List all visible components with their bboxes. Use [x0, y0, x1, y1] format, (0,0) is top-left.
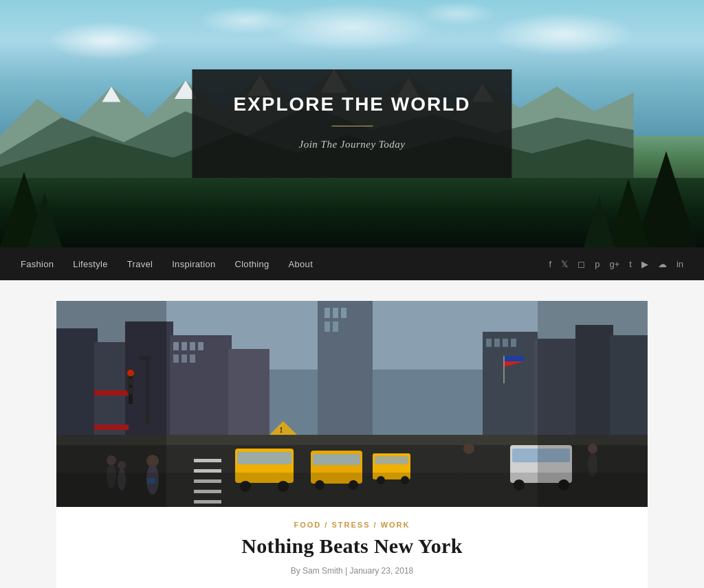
nav-link-lifestyle[interactable]: Lifestyle: [73, 259, 107, 269]
pinterest-icon[interactable]: p: [595, 259, 600, 269]
svg-rect-51: [194, 469, 221, 473]
nav-item-inspiration[interactable]: Inspiration: [172, 258, 215, 270]
svg-rect-18: [173, 342, 179, 350]
hero-section: EXPLORE THE WORLD Join The Journey Today: [0, 0, 704, 247]
nav-link-inspiration[interactable]: Inspiration: [172, 259, 215, 269]
svg-rect-21: [198, 342, 204, 350]
hero-title: EXPLORE THE WORLD: [233, 93, 470, 115]
svg-rect-36: [494, 339, 500, 347]
soundcloud-icon[interactable]: ☁: [658, 259, 667, 269]
hero-subtitle: Join The Journey Today: [233, 139, 470, 150]
svg-rect-19: [182, 342, 187, 350]
svg-rect-39: [503, 356, 505, 383]
svg-rect-64: [375, 456, 408, 464]
nav-item-about[interactable]: About: [289, 258, 313, 270]
svg-rect-22: [173, 354, 179, 363]
svg-rect-29: [324, 321, 330, 332]
twitter-icon[interactable]: 𝕏: [561, 259, 568, 269]
blog-post: ! FOOD / STRESS / WORK Nothing Beats New…: [56, 301, 648, 588]
post-author: By Sam Smith | January 23, 2018: [56, 566, 648, 588]
linkedin-icon[interactable]: in: [676, 259, 683, 269]
facebook-icon[interactable]: f: [549, 259, 552, 269]
post-category: FOOD / STRESS / WORK: [56, 507, 648, 534]
youtube-icon[interactable]: ▶: [641, 259, 648, 269]
nav-link-fashion[interactable]: Fashion: [21, 259, 54, 269]
post-featured-image: !: [56, 301, 648, 507]
svg-rect-41: [505, 356, 524, 361]
svg-rect-50: [194, 459, 221, 462]
svg-rect-86: [56, 473, 648, 507]
nav-item-travel[interactable]: Travel: [127, 258, 153, 270]
svg-rect-35: [486, 339, 492, 347]
svg-rect-27: [333, 308, 338, 318]
svg-text:!: !: [280, 425, 283, 435]
nav-link-travel[interactable]: Travel: [127, 259, 153, 269]
svg-rect-56: [237, 452, 292, 464]
hero-divider: [331, 126, 373, 126]
svg-rect-20: [190, 342, 195, 350]
hero-textbox: EXPLORE THE WORLD Join The Journey Today: [192, 69, 512, 178]
svg-rect-30: [333, 321, 338, 332]
svg-rect-26: [324, 308, 330, 318]
nav-link-clothing[interactable]: Clothing: [234, 259, 269, 269]
svg-rect-28: [341, 308, 346, 318]
svg-rect-24: [190, 354, 195, 363]
nav-item-lifestyle[interactable]: Lifestyle: [73, 258, 107, 270]
svg-rect-23: [182, 354, 187, 363]
svg-rect-37: [503, 339, 508, 347]
nav-link-about[interactable]: About: [289, 259, 313, 269]
main-content: ! FOOD / STRESS / WORK Nothing Beats New…: [0, 280, 704, 588]
svg-point-72: [463, 443, 474, 454]
nav-item-clothing[interactable]: Clothing: [234, 258, 269, 270]
main-nav: Fashion Lifestyle Travel Inspiration Clo…: [0, 247, 704, 280]
nav-item-fashion[interactable]: Fashion: [21, 258, 54, 270]
svg-rect-38: [511, 339, 516, 347]
social-icons-bar: f 𝕏 ◻ p g+ t ▶ ☁ in: [549, 259, 683, 269]
googleplus-icon[interactable]: g+: [609, 259, 619, 269]
tumblr-icon[interactable]: t: [629, 259, 632, 269]
svg-rect-60: [313, 454, 360, 465]
nav-links: Fashion Lifestyle Travel Inspiration Clo…: [21, 258, 313, 270]
instagram-icon[interactable]: ◻: [578, 259, 585, 269]
post-title: Nothing Beats New York: [56, 534, 648, 566]
